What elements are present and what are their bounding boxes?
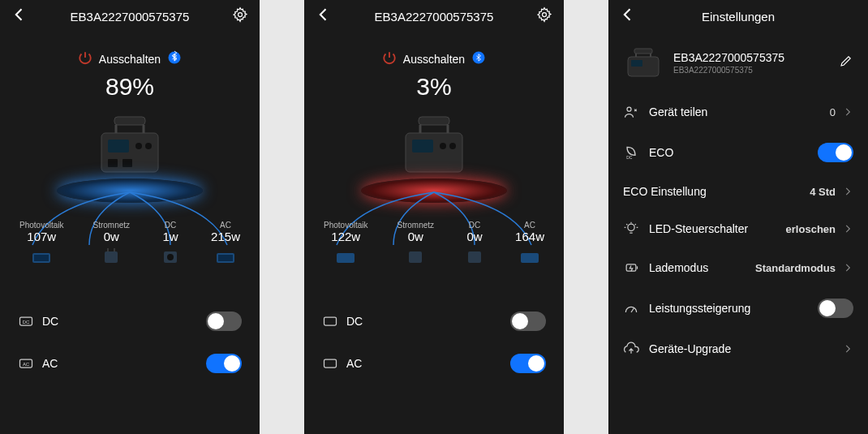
svg-rect-37 <box>324 317 337 325</box>
svg-point-46 <box>628 224 634 230</box>
power-icon[interactable] <box>382 50 397 68</box>
eco-toggle[interactable] <box>818 143 853 162</box>
upload-icon <box>623 341 639 357</box>
settings-screen: Einstellungen EB3A2227000575375 EB3A2227… <box>608 0 868 434</box>
svg-rect-3 <box>108 140 129 153</box>
device-image <box>85 107 174 180</box>
device-sub: EB3A2227000575375 <box>673 66 829 75</box>
svg-rect-36 <box>521 253 539 263</box>
load-ac: AC 164w <box>515 221 544 269</box>
bluetooth-icon[interactable] <box>471 50 486 68</box>
device-screen-1: EB3A2227000575375 Ausschalten 89% <box>0 0 260 434</box>
load-pv: Photovoltaik 107w <box>19 221 63 269</box>
svg-rect-27 <box>412 140 433 153</box>
chevron-right-icon <box>842 106 853 118</box>
dc-toggle[interactable] <box>510 312 546 331</box>
svg-rect-28 <box>419 117 449 125</box>
settings-title: Einstellungen <box>702 10 775 24</box>
svg-point-31 <box>440 143 446 149</box>
dc-icon <box>322 313 338 329</box>
dc-toggle-label: DC <box>346 315 363 328</box>
svg-point-0 <box>238 13 243 17</box>
dc-icon: DC <box>18 313 34 329</box>
load-grid: Stromnetz 0w <box>397 221 435 269</box>
battery-percentage: 89% <box>0 73 260 101</box>
header-title: EB3A2227000575375 <box>71 10 190 24</box>
ac-toggle[interactable] <box>510 354 546 373</box>
row-eco[interactable]: DC ECO <box>608 131 868 174</box>
back-button[interactable] <box>316 6 332 26</box>
svg-rect-4 <box>114 117 145 125</box>
dc-toggle-label: DC <box>42 315 58 328</box>
svg-rect-43 <box>631 60 642 67</box>
svg-rect-12 <box>34 255 49 261</box>
battery-icon <box>623 260 639 276</box>
svg-rect-13 <box>105 251 118 263</box>
back-button[interactable] <box>620 6 636 26</box>
svg-rect-34 <box>409 251 422 263</box>
power-status-label: Ausschalten <box>403 53 465 66</box>
dc-toggle[interactable] <box>206 312 242 331</box>
svg-point-17 <box>167 254 174 260</box>
ac-toggle-label: AC <box>346 357 362 370</box>
power-icon[interactable] <box>78 50 92 68</box>
eco-setting-value: 4 Std <box>810 186 836 198</box>
battery-percentage: 3% <box>304 73 564 101</box>
share-count: 0 <box>830 106 836 118</box>
row-upgrade[interactable]: Geräte-Upgrade <box>608 329 868 368</box>
boost-toggle[interactable] <box>818 299 853 318</box>
charge-mode-value: Standardmodus <box>755 262 836 274</box>
load-dc: DC 0w <box>463 221 486 269</box>
gear-icon[interactable] <box>232 6 248 26</box>
svg-point-44 <box>627 107 631 111</box>
chevron-right-icon <box>842 343 853 355</box>
chevron-right-icon <box>842 223 853 234</box>
svg-rect-10 <box>122 159 132 167</box>
bulb-icon <box>623 221 639 237</box>
load-pv: Photovoltaik 122w <box>324 221 367 269</box>
bluetooth-icon[interactable] <box>167 50 182 68</box>
chevron-right-icon <box>842 262 853 273</box>
eco-icon: DC <box>623 144 639 161</box>
device-thumb-icon <box>623 45 664 79</box>
load-grid: Stromnetz 0w <box>93 221 131 269</box>
back-button[interactable] <box>11 6 28 26</box>
svg-text:DC: DC <box>23 320 29 324</box>
svg-rect-40 <box>634 49 652 54</box>
header-title: EB3A2227000575375 <box>375 10 494 24</box>
ac-toggle[interactable] <box>206 354 242 373</box>
device-screen-2: EB3A2227000575375 Ausschalten 3% <box>304 0 564 434</box>
ac-toggle-label: AC <box>42 357 58 370</box>
speed-icon <box>623 300 639 316</box>
svg-text:DC: DC <box>626 155 633 160</box>
row-boost[interactable]: Leistungssteigerung <box>608 287 868 329</box>
svg-rect-35 <box>468 251 481 263</box>
gear-icon[interactable] <box>536 6 552 26</box>
row-share[interactable]: Gerät teilen 0 <box>608 92 868 131</box>
load-dc: DC 1w <box>159 221 182 269</box>
row-led[interactable]: LED-Steuerschalter erloschen <box>608 209 868 248</box>
device-header-row[interactable]: EB3A2227000575375 EB3A2227000575375 <box>608 32 868 92</box>
device-image <box>389 107 479 180</box>
load-ac: AC 215w <box>211 221 240 269</box>
svg-rect-19 <box>218 255 233 261</box>
share-icon <box>623 104 639 120</box>
chevron-right-icon <box>842 186 853 197</box>
svg-rect-9 <box>108 159 118 167</box>
svg-rect-38 <box>324 359 337 367</box>
svg-rect-33 <box>337 253 355 263</box>
ac-icon: AC <box>18 355 34 372</box>
device-name: EB3A2227000575375 <box>673 51 829 64</box>
svg-point-8 <box>145 143 152 149</box>
ac-icon <box>322 355 338 372</box>
power-status-label: Ausschalten <box>99 53 161 66</box>
row-charge-mode[interactable]: Lademodus Standardmodus <box>608 248 868 287</box>
svg-point-7 <box>135 143 142 149</box>
row-eco-setting[interactable]: ECO Einstellung 4 Std <box>608 174 868 209</box>
edit-icon[interactable] <box>839 54 853 71</box>
svg-point-24 <box>543 13 547 17</box>
svg-point-32 <box>449 143 456 149</box>
led-value: erloschen <box>786 223 836 235</box>
svg-text:AC: AC <box>23 362 29 367</box>
